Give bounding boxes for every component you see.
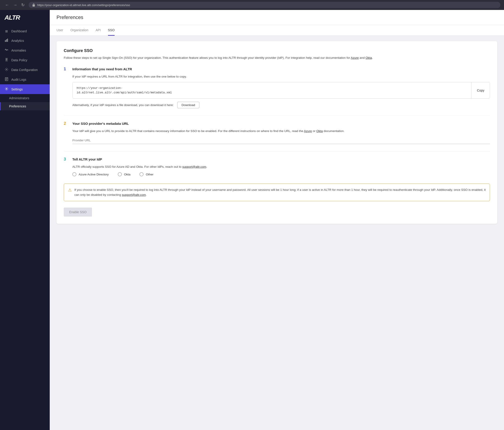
dashboard-icon: ⊞ bbox=[5, 29, 9, 33]
forward-button[interactable]: → bbox=[12, 2, 18, 8]
refresh-button[interactable]: ↻ bbox=[20, 2, 26, 8]
desc-mid: and bbox=[359, 56, 365, 59]
sso-card-title: Configure SSO bbox=[64, 48, 490, 53]
main-content: Preferences User Organization API SSO Co… bbox=[50, 10, 504, 430]
logo: ALTR bbox=[0, 10, 50, 27]
radio-circle-azure bbox=[72, 172, 76, 176]
back-button[interactable]: ← bbox=[4, 2, 10, 8]
download-button[interactable]: Download bbox=[177, 102, 199, 108]
support-email-link[interactable]: support@altr.com bbox=[182, 165, 206, 168]
enable-sso-button[interactable]: Enable SSO bbox=[64, 208, 92, 217]
sidebar-item-analytics[interactable]: Analytics bbox=[0, 36, 50, 46]
tab-organization[interactable]: Organization bbox=[71, 25, 88, 36]
nav-buttons: ← → ↻ bbox=[4, 2, 26, 8]
download-desc: Alternatively, if your IdP requires a fi… bbox=[72, 103, 174, 107]
sso-card-desc: Follow these steps to set up Single Sign… bbox=[64, 55, 490, 60]
step-1-number: 1 bbox=[64, 67, 69, 72]
step-2: 2 Your SSO provider's metadata URL Your … bbox=[64, 121, 490, 144]
divider-1 bbox=[64, 116, 490, 116]
tab-sso[interactable]: SSO bbox=[108, 25, 115, 36]
sidebar-item-label: Audit Logs bbox=[11, 78, 26, 81]
radio-azure[interactable]: Azure Active Directory bbox=[72, 172, 109, 176]
step-1: 1 Information that you need from ALTR If… bbox=[64, 67, 490, 109]
svg-rect-1 bbox=[6, 39, 7, 42]
radio-other[interactable]: Other bbox=[139, 172, 153, 176]
url-value: https://your-organization-id.altrnet.liv… bbox=[72, 82, 471, 98]
step-2-azure-link[interactable]: Azure bbox=[304, 129, 312, 133]
app-layout: ALTR ⊞ Dashboard Analytics Anomalies bbox=[0, 10, 504, 430]
radio-azure-label: Azure Active Directory bbox=[79, 173, 109, 176]
desc-end: . bbox=[372, 56, 373, 59]
step-2-title: Your SSO provider's metadata URL bbox=[72, 121, 129, 126]
warning-text: If you choose to enable SSO, then you'll… bbox=[74, 187, 486, 197]
step-3-desc-end: . bbox=[206, 165, 207, 168]
sidebar-item-label: Dashboard bbox=[11, 29, 27, 33]
desc-text: Follow these steps to set up Single Sign… bbox=[64, 56, 351, 59]
step-3-title: Tell ALTR your IdP bbox=[72, 157, 102, 161]
step-1-header: 1 Information that you need from ALTR bbox=[64, 67, 490, 72]
sidebar-item-label: Settings bbox=[11, 88, 23, 91]
tabs-bar: User Organization API SSO bbox=[50, 25, 504, 36]
step-1-desc: If your IdP requires a URL from ALTR for… bbox=[72, 74, 490, 79]
sidebar-item-label: Data Policy bbox=[11, 58, 27, 62]
warning-box: ⚠ If you choose to enable SSO, then you'… bbox=[64, 183, 490, 201]
radio-okta[interactable]: Okta bbox=[118, 172, 131, 176]
anomalies-icon bbox=[5, 48, 9, 53]
sidebar-item-label: Anomalies bbox=[11, 49, 26, 52]
sso-card: Configure SSO Follow these steps to set … bbox=[56, 41, 497, 224]
sidebar-item-preferences[interactable]: Preferences bbox=[0, 102, 50, 110]
svg-point-4 bbox=[6, 69, 7, 70]
warning-email-link[interactable]: support@altr.com bbox=[122, 193, 146, 196]
radio-group: Azure Active Directory Okta Other bbox=[72, 172, 490, 176]
provider-url-wrap bbox=[72, 137, 490, 144]
step-3-number: 3 bbox=[64, 157, 69, 162]
tab-user[interactable]: User bbox=[56, 25, 63, 36]
radio-okta-label: Okta bbox=[124, 173, 131, 176]
address-bar[interactable]: https://your-organization-id.altrnet.liv… bbox=[29, 2, 500, 8]
svg-point-9 bbox=[6, 88, 7, 90]
sidebar-item-settings[interactable]: Settings bbox=[0, 84, 50, 94]
url-text: https://your-organization-id.altrnet.liv… bbox=[37, 3, 130, 7]
sidebar-item-administrators[interactable]: Administrators bbox=[0, 94, 50, 102]
sidebar-item-dashboard[interactable]: ⊞ Dashboard bbox=[0, 27, 50, 36]
logo-text: ALTR bbox=[5, 14, 20, 21]
step-2-desc-pre: Your IdP will give you a URL to provide … bbox=[72, 129, 304, 133]
sidebar-item-audit-logs[interactable]: Audit Logs bbox=[0, 75, 50, 84]
step-2-okta-link[interactable]: Okta bbox=[316, 129, 323, 133]
sidebar: ALTR ⊞ Dashboard Analytics Anomalies bbox=[0, 10, 50, 430]
okta-link[interactable]: Okta bbox=[365, 56, 372, 59]
step-2-header: 2 Your SSO provider's metadata URL bbox=[64, 121, 490, 126]
sidebar-sub-label: Preferences bbox=[9, 104, 26, 108]
step-3-desc-pre: ALTR officially supports SSO for Azure A… bbox=[72, 165, 182, 168]
data-configuration-icon bbox=[5, 68, 9, 72]
warning-end: . bbox=[146, 193, 147, 196]
azure-link[interactable]: Azure bbox=[351, 56, 359, 59]
sidebar-sub-label: Administrators bbox=[9, 96, 29, 100]
step-2-number: 2 bbox=[64, 121, 69, 126]
sidebar-item-label: Data Configuration bbox=[11, 68, 38, 72]
step-3-desc: ALTR officially supports SSO for Azure A… bbox=[72, 164, 490, 169]
step-2-desc: Your IdP will give you a URL to provide … bbox=[72, 129, 490, 134]
sidebar-item-anomalies[interactable]: Anomalies bbox=[0, 46, 50, 55]
sidebar-item-data-policy[interactable]: Data Policy bbox=[0, 55, 50, 65]
svg-rect-0 bbox=[5, 40, 6, 42]
sidebar-item-data-configuration[interactable]: Data Configuration bbox=[0, 65, 50, 75]
page-header: Preferences bbox=[50, 10, 504, 25]
settings-icon bbox=[5, 87, 9, 91]
provider-url-input[interactable] bbox=[72, 137, 490, 144]
step-3-header: 3 Tell ALTR your IdP bbox=[64, 157, 490, 162]
content-area: Configure SSO Follow these steps to set … bbox=[50, 36, 504, 430]
download-row: Alternatively, if your IdP requires a fi… bbox=[72, 102, 490, 108]
browser-bar: ← → ↻ https://your-organization-id.altrn… bbox=[0, 0, 504, 10]
warning-icon: ⚠ bbox=[68, 188, 72, 193]
sidebar-item-label: Analytics bbox=[11, 39, 24, 43]
copy-button[interactable]: Copy bbox=[471, 82, 490, 98]
tab-api[interactable]: API bbox=[96, 25, 101, 36]
step-3: 3 Tell ALTR your IdP ALTR officially sup… bbox=[64, 157, 490, 177]
step-2-desc-end: documentation. bbox=[323, 129, 344, 133]
lock-icon bbox=[32, 3, 36, 7]
analytics-icon bbox=[5, 38, 9, 43]
svg-rect-3 bbox=[5, 58, 8, 62]
radio-circle-okta bbox=[118, 172, 122, 176]
step-1-title: Information that you need from ALTR bbox=[72, 67, 132, 71]
